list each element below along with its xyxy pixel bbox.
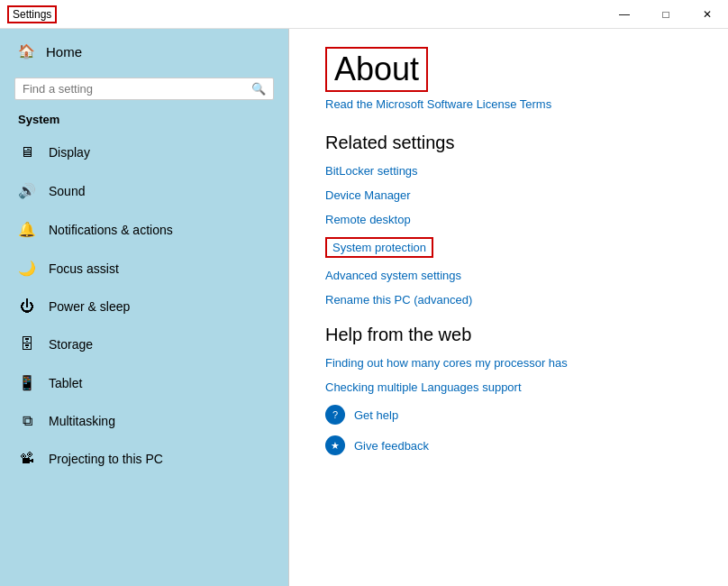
sidebar-item-tablet[interactable]: 📱 Tablet <box>0 363 288 402</box>
get-help-row: ? Get help <box>325 405 692 425</box>
sidebar-item-power-label: Power & sleep <box>49 299 130 314</box>
sidebar-home-item[interactable]: 🏠 Home <box>0 29 288 74</box>
search-input[interactable] <box>23 82 246 96</box>
feedback-row: ★ Give feedback <box>325 435 692 455</box>
device-manager-link[interactable]: Device Manager <box>325 188 692 202</box>
sidebar-item-display[interactable]: 🖥 Display <box>0 133 288 171</box>
remote-desktop-link[interactable]: Remote desktop <box>325 213 692 226</box>
cores-link[interactable]: Finding out how many cores my processor … <box>325 356 692 370</box>
title-controls: — □ ✕ <box>604 0 728 29</box>
get-help-icon: ? <box>325 405 345 425</box>
sidebar-item-sound-label: Sound <box>49 184 85 198</box>
close-button[interactable]: ✕ <box>687 0 728 29</box>
sound-icon: 🔊 <box>18 182 36 199</box>
sidebar: 🏠 Home 🔍 System 🖥 Display 🔊 Sound 🔔 Noti… <box>0 29 288 586</box>
sidebar-item-display-label: Display <box>49 145 90 160</box>
bitlocker-link[interactable]: BitLocker settings <box>325 164 692 178</box>
app-title: Settings <box>7 5 57 23</box>
license-link[interactable]: Read the Microsoft Software License Term… <box>325 97 692 111</box>
page-title: About <box>325 47 428 92</box>
sidebar-section-title: System <box>0 109 288 133</box>
sidebar-item-storage-label: Storage <box>49 337 93 352</box>
title-bar-left: Settings <box>7 5 57 23</box>
display-icon: 🖥 <box>18 144 36 160</box>
home-icon: 🏠 <box>18 43 35 60</box>
sidebar-item-projecting-label: Projecting to this PC <box>49 452 163 466</box>
system-protection-link[interactable]: System protection <box>325 237 433 258</box>
notifications-icon: 🔔 <box>18 221 36 238</box>
maximize-button[interactable]: □ <box>645 0 687 29</box>
advanced-settings-link[interactable]: Advanced system settings <box>325 269 692 282</box>
main-layout: 🏠 Home 🔍 System 🖥 Display 🔊 Sound 🔔 Noti… <box>0 29 728 586</box>
sidebar-item-storage[interactable]: 🗄 Storage <box>0 325 288 363</box>
sidebar-item-sound[interactable]: 🔊 Sound <box>0 171 288 210</box>
sidebar-item-notifications-label: Notifications & actions <box>49 223 173 237</box>
multitasking-icon: ⧉ <box>18 413 36 429</box>
get-help-link[interactable]: Get help <box>354 408 398 422</box>
power-icon: ⏻ <box>18 298 36 315</box>
sidebar-item-multitasking-label: Multitasking <box>49 414 115 428</box>
content-area: About Read the Microsoft Software Licens… <box>289 29 728 586</box>
projecting-icon: 📽 <box>18 451 36 467</box>
sidebar-item-tablet-label: Tablet <box>49 376 82 390</box>
sidebar-item-projecting[interactable]: 📽 Projecting to this PC <box>0 440 288 478</box>
help-from-web-heading: Help from the web <box>325 325 692 345</box>
languages-link[interactable]: Checking multiple Languages support <box>325 380 692 394</box>
tablet-icon: 📱 <box>18 374 36 391</box>
minimize-button[interactable]: — <box>604 0 645 29</box>
title-bar: Settings — □ ✕ <box>0 0 728 29</box>
help-from-web-section: Help from the web Finding out how many c… <box>325 325 692 455</box>
related-settings-heading: Related settings <box>325 133 692 153</box>
sidebar-item-focus-label: Focus assist <box>49 261 119 276</box>
sidebar-item-notifications[interactable]: 🔔 Notifications & actions <box>0 210 288 249</box>
rename-pc-link[interactable]: Rename this PC (advanced) <box>325 293 692 307</box>
sidebar-item-multitasking[interactable]: ⧉ Multitasking <box>0 402 288 440</box>
feedback-link[interactable]: Give feedback <box>354 439 429 453</box>
sidebar-item-power[interactable]: ⏻ Power & sleep <box>0 288 288 325</box>
search-icon: 🔍 <box>251 82 266 96</box>
focus-icon: 🌙 <box>18 260 36 277</box>
feedback-icon: ★ <box>325 435 345 455</box>
home-label: Home <box>46 44 82 60</box>
storage-icon: 🗄 <box>18 336 36 353</box>
search-box[interactable]: 🔍 <box>14 78 274 100</box>
sidebar-item-focus[interactable]: 🌙 Focus assist <box>0 249 288 288</box>
